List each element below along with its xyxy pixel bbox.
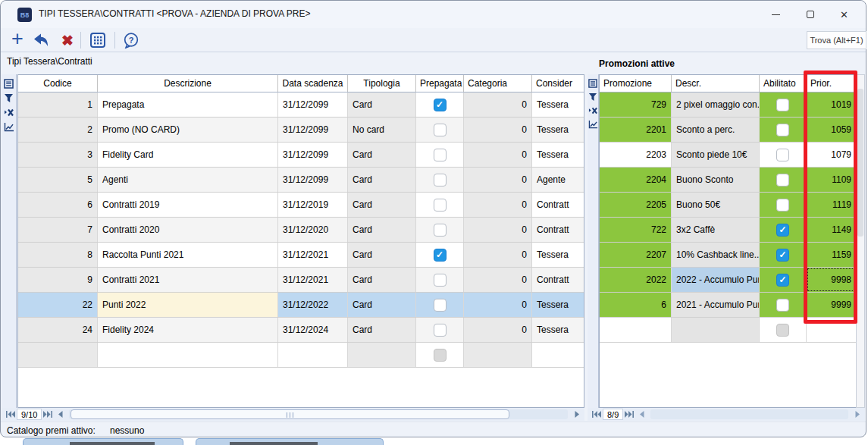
checkbox[interactable] — [434, 299, 447, 312]
grid-cell[interactable] — [807, 318, 857, 342]
grid-cell[interactable] — [98, 343, 278, 367]
list-icon[interactable] — [2, 79, 16, 89]
checkbox[interactable] — [776, 299, 789, 312]
grid-cell[interactable]: Contratti 2020 — [98, 218, 278, 242]
table-row[interactable]: 2203Sconto piede 10€1079 — [600, 143, 864, 168]
grid-cell[interactable]: 6 — [600, 293, 672, 317]
grid-cell[interactable] — [464, 343, 532, 367]
grid-cell[interactable]: Contratt — [532, 193, 584, 217]
table-row[interactable]: 8Raccolta Punti 202131/12/2021Card0Tesse… — [18, 243, 584, 268]
checkbox[interactable] — [434, 274, 447, 287]
table-row[interactable]: 5Agenti31/12/2099Card0Agente — [18, 168, 584, 193]
grid-cell[interactable]: Tessera — [532, 318, 584, 342]
checkbox[interactable] — [434, 249, 447, 262]
grid-cell[interactable]: Tessera — [532, 243, 584, 267]
chart-icon[interactable] — [588, 120, 598, 129]
checkbox[interactable] — [776, 224, 789, 237]
column-header[interactable]: Tipologia — [348, 75, 416, 92]
checkbox[interactable] — [434, 224, 447, 237]
grid-cell[interactable]: 0 — [464, 168, 532, 192]
grid-cell[interactable]: Buono Sconto — [672, 168, 760, 192]
maximize-button[interactable] — [793, 1, 827, 28]
column-header[interactable]: Promozione — [600, 75, 672, 92]
grid-cell[interactable] — [760, 92, 807, 117]
grid-cell[interactable] — [416, 118, 464, 142]
table-row[interactable]: 2205Buono 50€1119 — [600, 193, 864, 218]
table-row[interactable]: 6Contratti 201931/12/2019Card0Contratt — [18, 193, 584, 218]
table-row[interactable]: 7Contratti 202031/12/2020Card0Contratt — [18, 218, 584, 243]
grid-cell[interactable]: Buono 50€ — [672, 193, 760, 217]
minimize-button[interactable] — [759, 1, 793, 28]
column-header[interactable]: Descr. — [672, 75, 760, 92]
grid-cell[interactable] — [416, 243, 464, 267]
table-row[interactable]: 62021 - Accumulo Punti9999 — [600, 293, 864, 318]
grid-cell[interactable]: 7 — [18, 218, 98, 242]
grid-cell[interactable]: Contratt — [532, 218, 584, 242]
grid-cell[interactable]: Promo (NO CARD) — [98, 118, 278, 142]
checkbox[interactable] — [434, 199, 447, 212]
grid-cell[interactable]: 722 — [600, 218, 672, 242]
first-record-button[interactable] — [5, 409, 17, 420]
grid-cell[interactable]: 2205 — [600, 193, 672, 217]
grid-cell[interactable] — [760, 293, 807, 317]
grid-cell[interactable] — [416, 168, 464, 192]
grid-cell[interactable] — [760, 118, 807, 142]
last-record-button[interactable] — [42, 409, 54, 420]
grid-cell[interactable]: Contratt — [532, 268, 584, 292]
grid-cell[interactable]: 24 — [18, 318, 98, 342]
checkbox[interactable] — [776, 274, 789, 287]
table-row[interactable]: 7292 pixel omaggio con...1019 — [600, 92, 864, 118]
grid-cell[interactable]: 1119 — [807, 193, 857, 217]
grid-cell[interactable]: Card — [348, 143, 416, 167]
clear-filter-icon[interactable] — [588, 106, 598, 115]
help-button[interactable]: ? — [121, 28, 142, 52]
checkbox[interactable] — [434, 99, 447, 111]
checkbox[interactable] — [776, 99, 789, 111]
grid-cell[interactable]: 0 — [464, 193, 532, 217]
grid-cell[interactable]: 2022 - Accumulo Punti — [672, 268, 760, 292]
grid-cell[interactable]: 0 — [464, 293, 532, 317]
grid-cell[interactable]: 31/12/2019 — [278, 193, 348, 217]
checkbox[interactable] — [434, 174, 447, 186]
grid-cell[interactable]: 0 — [464, 268, 532, 292]
grid-cell[interactable]: 2 — [18, 118, 98, 142]
scroll-right-button[interactable] — [851, 409, 863, 420]
scroll-right-button[interactable] — [571, 409, 583, 420]
table-row[interactable]: 9Contratti 202131/12/2021Card0Contratt — [18, 268, 584, 293]
horizontal-scrollbar-thumb[interactable] — [71, 409, 509, 419]
grid-cell[interactable]: No card — [348, 118, 416, 142]
delete-button[interactable]: ✖ — [57, 28, 78, 52]
grid-view-button[interactable] — [87, 28, 108, 52]
table-row[interactable]: 24Fidelity 202431/12/2024Card0Tessera — [18, 318, 584, 343]
last-record-button[interactable] — [623, 409, 635, 420]
filter-icon[interactable] — [588, 92, 598, 102]
grid-cell[interactable]: 1159 — [807, 243, 857, 267]
grid-cell[interactable]: 2 pixel omaggio con... — [672, 92, 760, 117]
grid-cell[interactable]: 31/12/2022 — [278, 293, 348, 317]
table-row[interactable]: 7223x2 Caffè1149 — [600, 218, 864, 243]
grid-cell[interactable]: 31/12/2021 — [278, 268, 348, 292]
grid-cell[interactable]: 2021 - Accumulo Punti — [672, 293, 760, 317]
table-row[interactable]: 2Promo (NO CARD)31/12/2099No card0Tesser… — [18, 118, 584, 143]
grid-cell[interactable]: 1019 — [807, 92, 857, 117]
grid-cell[interactable]: Card — [348, 243, 416, 267]
grid-cell[interactable]: Contratti 2021 — [98, 268, 278, 292]
grid-cell[interactable]: 0 — [464, 218, 532, 242]
column-header[interactable]: Codice — [18, 75, 98, 92]
grid-cell[interactable]: 6 — [18, 193, 98, 217]
column-header[interactable]: Descrizione — [98, 75, 278, 92]
grid-cell[interactable] — [348, 343, 416, 367]
grid-cell[interactable]: 0 — [464, 243, 532, 267]
grid-cell[interactable]: 2201 — [600, 118, 672, 142]
grid-cell[interactable] — [760, 243, 807, 267]
horizontal-scrollbar[interactable] — [69, 409, 568, 419]
table-row[interactable]: 2204Buono Sconto1109 — [600, 168, 864, 193]
column-header[interactable]: Data scadenza — [278, 75, 348, 92]
grid-cell[interactable]: Fidelity 2024 — [98, 318, 278, 342]
grid-cell[interactable]: 729 — [600, 92, 672, 117]
grid-cell[interactable] — [416, 218, 464, 242]
grid-cell[interactable]: 10% Cashback line... — [672, 243, 760, 267]
column-header[interactable]: Abilitato — [760, 75, 807, 92]
checkbox[interactable] — [776, 249, 789, 262]
grid-cell[interactable]: 1109 — [807, 168, 857, 192]
